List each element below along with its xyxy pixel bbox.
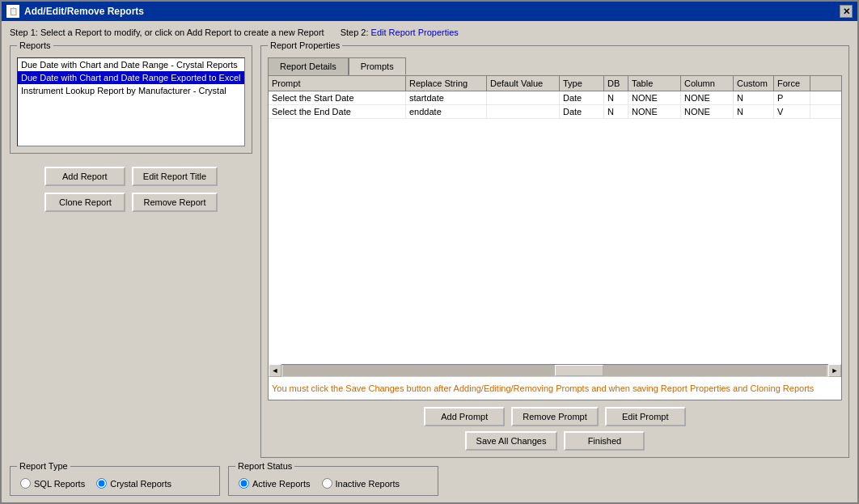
td-force-0: P xyxy=(774,91,810,104)
scroll-track[interactable] xyxy=(283,365,827,376)
td-prompt-1: Select the End Date xyxy=(269,105,406,118)
step1-text: Step 1: Select a Report to modify, or cl… xyxy=(10,28,324,37)
td-db-1: N xyxy=(604,105,628,118)
td-default-0 xyxy=(487,91,560,104)
steps-row: Step 1: Select a Report to modify, or cl… xyxy=(10,28,849,37)
tab-content-prompts: Prompt Replace String Default Value Type… xyxy=(268,75,842,400)
report-type-group: Report Type SQL Reports Crystal Reports xyxy=(10,466,220,496)
reports-group: Reports Due Date with Chart and Date Ran… xyxy=(10,45,252,154)
window-title: Add/Edit/Remove Reports xyxy=(24,6,144,17)
col-header-db: DB xyxy=(604,76,628,91)
td-replace-1: enddate xyxy=(406,105,487,118)
add-report-button[interactable]: Add Report xyxy=(44,167,125,186)
finished-button[interactable]: Finished xyxy=(564,431,645,451)
radio-sql-reports[interactable]: SQL Reports xyxy=(20,478,85,489)
radio-inactive-label: Inactive Reports xyxy=(336,479,400,489)
table-row[interactable]: Select the End Date enddate Date N NONE … xyxy=(269,105,841,119)
notice-text: You must click the Save Changes button a… xyxy=(269,377,841,400)
radio-active-label: Active Reports xyxy=(252,479,311,489)
radio-crystal-label: Crystal Reports xyxy=(110,479,171,489)
tab-prompts[interactable]: Prompts xyxy=(349,57,406,75)
col-header-replace: Replace String xyxy=(406,76,487,91)
col-header-custom: Custom xyxy=(734,76,774,91)
col-header-table: Table xyxy=(628,76,681,91)
report-type-radio-row: SQL Reports Crystal Reports xyxy=(20,478,209,489)
report-type-label: Report Type xyxy=(17,461,70,471)
reports-list[interactable]: Due Date with Chart and Date Range - Cry… xyxy=(17,57,245,146)
td-prompt-0: Select the Start Date xyxy=(269,91,406,104)
td-custom-1: N xyxy=(734,105,774,118)
remove-report-button[interactable]: Remove Report xyxy=(132,193,217,212)
radio-inactive-input[interactable] xyxy=(322,478,332,489)
td-custom-0: N xyxy=(734,91,774,104)
list-item-selected[interactable]: Due Date with Chart and Date Range Expor… xyxy=(18,71,244,84)
edit-prompt-button[interactable]: Edit Prompt xyxy=(605,407,686,426)
save-all-changes-button[interactable]: Save All Changes xyxy=(465,431,558,451)
col-header-column: Column xyxy=(681,76,734,91)
save-finished-row: Save All Changes Finished xyxy=(268,431,842,451)
td-default-1 xyxy=(487,105,560,118)
right-panel: Report Properties Report Details Prompts… xyxy=(260,45,849,458)
content-area: Step 1: Select a Report to modify, or cl… xyxy=(2,21,857,502)
scroll-thumb[interactable] xyxy=(555,365,603,376)
prompt-buttons-row: Add Prompt Remove Prompt Edit Prompt xyxy=(268,407,842,426)
remove-prompt-button[interactable]: Remove Prompt xyxy=(511,407,598,426)
td-replace-0: startdate xyxy=(406,91,487,104)
add-prompt-button[interactable]: Add Prompt xyxy=(424,407,505,426)
radio-crystal-reports[interactable]: Crystal Reports xyxy=(96,478,171,489)
col-header-prompt: Prompt xyxy=(269,76,406,91)
report-status-group: Report Status Active Reports Inactive Re… xyxy=(228,466,438,496)
step2-link[interactable]: Edit Report Properties xyxy=(371,28,459,37)
reports-group-label: Reports xyxy=(17,40,53,50)
radio-sql-label: SQL Reports xyxy=(34,479,85,489)
report-properties-label: Report Properties xyxy=(268,40,342,50)
td-type-0: Date xyxy=(560,91,604,104)
report-status-radio-row: Active Reports Inactive Reports xyxy=(239,478,428,489)
table-row[interactable]: Select the Start Date startdate Date N N… xyxy=(269,91,841,105)
td-type-1: Date xyxy=(560,105,604,118)
td-db-0: N xyxy=(604,91,628,104)
report-properties-group: Report Properties Report Details Prompts… xyxy=(260,45,849,458)
td-column-1: NONE xyxy=(681,105,734,118)
edit-report-title-button[interactable]: Edit Report Title xyxy=(132,167,218,186)
radio-crystal-input[interactable] xyxy=(96,478,107,489)
radio-inactive-reports[interactable]: Inactive Reports xyxy=(322,478,400,489)
col-header-force: Force xyxy=(774,76,810,91)
close-button[interactable]: ✕ xyxy=(840,5,853,18)
horizontal-scrollbar[interactable]: ◄ ► xyxy=(269,364,841,377)
radio-sql-input[interactable] xyxy=(20,478,31,489)
list-item[interactable]: Due Date with Chart and Date Range - Cry… xyxy=(18,58,244,71)
tab-report-details[interactable]: Report Details xyxy=(268,57,349,75)
report-status-label: Report Status xyxy=(235,461,294,471)
col-header-type: Type xyxy=(560,76,604,91)
step2-text: Step 2: Edit Report Properties xyxy=(341,28,459,37)
table-body: Select the Start Date startdate Date N N… xyxy=(269,91,841,364)
clone-report-button[interactable]: Clone Report xyxy=(44,193,125,212)
main-area: Reports Due Date with Chart and Date Ran… xyxy=(10,45,849,458)
left-panel: Reports Due Date with Chart and Date Ran… xyxy=(10,45,252,458)
table-header: Prompt Replace String Default Value Type… xyxy=(269,76,841,91)
window-icon: 📋 xyxy=(6,5,19,18)
td-force-1: V xyxy=(774,105,810,118)
scroll-right-button[interactable]: ► xyxy=(828,364,841,377)
radio-active-input[interactable] xyxy=(239,478,249,489)
scroll-left-button[interactable]: ◄ xyxy=(269,364,281,377)
report-buttons-row2: Clone Report Remove Report xyxy=(10,193,252,212)
td-table-0: NONE xyxy=(628,91,681,104)
report-buttons-row1: Add Report Edit Report Title xyxy=(10,167,252,186)
td-table-1: NONE xyxy=(628,105,681,118)
col-header-default: Default Value xyxy=(487,76,560,91)
radio-active-reports[interactable]: Active Reports xyxy=(239,478,311,489)
main-window: 📋 Add/Edit/Remove Reports ✕ Step 1: Sele… xyxy=(0,0,859,504)
td-column-0: NONE xyxy=(681,91,734,104)
list-item[interactable]: Instrument Lookup Report by Manufacturer… xyxy=(18,84,244,97)
tabs-row: Report Details Prompts xyxy=(268,57,842,75)
bottom-area: Report Type SQL Reports Crystal Reports … xyxy=(10,466,849,496)
title-bar: 📋 Add/Edit/Remove Reports ✕ xyxy=(2,2,857,21)
